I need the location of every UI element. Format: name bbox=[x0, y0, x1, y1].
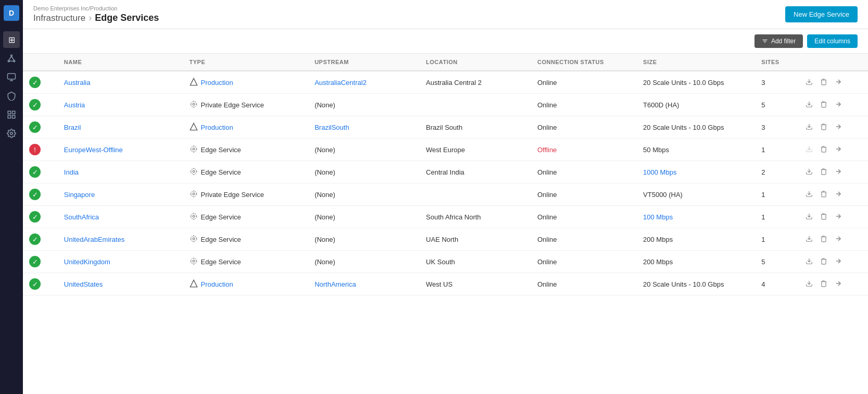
edge-service-name-link[interactable]: Austria bbox=[64, 101, 85, 109]
download-icon bbox=[806, 168, 813, 175]
download-icon bbox=[806, 280, 813, 287]
download-button[interactable] bbox=[803, 122, 815, 133]
navigate-button[interactable] bbox=[833, 212, 844, 223]
navigate-button[interactable] bbox=[833, 167, 844, 178]
col-header-name: NAME bbox=[58, 54, 183, 71]
delete-button[interactable] bbox=[818, 279, 829, 290]
row-actions bbox=[803, 77, 862, 88]
col-header-upstream: UPSTREAM bbox=[308, 54, 420, 71]
type-cell: Private Edge Service bbox=[190, 100, 303, 110]
edit-columns-button[interactable]: Edit columns bbox=[807, 34, 858, 48]
navigate-button[interactable] bbox=[833, 279, 844, 290]
svg-rect-9 bbox=[8, 111, 10, 114]
type-cell: Production bbox=[190, 78, 303, 88]
sidebar-item-network[interactable] bbox=[3, 50, 20, 67]
connection-status-label: Online bbox=[537, 258, 557, 266]
row-actions bbox=[803, 234, 862, 245]
edge-service-name-link[interactable]: UnitedArabEmirates bbox=[64, 236, 124, 243]
type-label: Edge Service bbox=[201, 213, 241, 221]
download-button[interactable] bbox=[803, 144, 815, 155]
table-row: ✓SingaporePrivate Edge Service(None)Onli… bbox=[23, 183, 868, 206]
svg-line-4 bbox=[11, 56, 14, 60]
table-container[interactable]: NAME TYPE UPSTREAM LOCATION CONNECTION S… bbox=[23, 54, 868, 394]
navigate-button[interactable] bbox=[833, 77, 844, 88]
download-button[interactable] bbox=[803, 189, 815, 200]
type-cell: Production bbox=[190, 279, 303, 289]
download-icon bbox=[806, 78, 813, 85]
download-button[interactable] bbox=[803, 279, 815, 290]
download-icon bbox=[806, 123, 813, 130]
sidebar-item-monitor[interactable] bbox=[3, 69, 20, 85]
row-actions bbox=[803, 212, 862, 223]
connection-status-label: Online bbox=[537, 280, 557, 288]
sidebar-item-security[interactable] bbox=[3, 88, 20, 104]
download-button[interactable] bbox=[803, 167, 815, 178]
download-button[interactable] bbox=[803, 256, 815, 267]
svg-point-60 bbox=[193, 238, 195, 240]
delete-button[interactable] bbox=[818, 167, 829, 178]
row-actions bbox=[803, 256, 862, 267]
edge-service-name-link[interactable]: UnitedStates bbox=[64, 280, 103, 288]
delete-button[interactable] bbox=[818, 212, 829, 223]
download-button[interactable] bbox=[803, 212, 815, 223]
type-label: Production bbox=[201, 280, 233, 288]
table-row: ✓IndiaEdge Service(None)Central IndiaOnl… bbox=[23, 161, 868, 183]
upstream-link[interactable]: AustraliaCentral2 bbox=[315, 79, 367, 87]
trash-icon bbox=[820, 123, 827, 130]
svg-point-36 bbox=[193, 170, 195, 173]
navigate-button[interactable] bbox=[833, 256, 844, 267]
sites-count: 1 bbox=[755, 206, 797, 228]
location-cell: UK South bbox=[420, 251, 531, 273]
col-header-status bbox=[23, 54, 58, 71]
svg-point-28 bbox=[193, 148, 195, 150]
edge-service-name-link[interactable]: UnitedKingdom bbox=[64, 258, 110, 266]
download-icon bbox=[806, 213, 813, 220]
arrow-right-icon bbox=[835, 257, 842, 265]
edge-service-name-link[interactable]: EuropeWest-Offline bbox=[64, 146, 123, 154]
edge-service-type-icon bbox=[190, 190, 198, 200]
svg-point-53 bbox=[191, 213, 196, 219]
delete-button[interactable] bbox=[818, 189, 829, 200]
edge-service-name-link[interactable]: Australia bbox=[64, 79, 91, 87]
edge-service-name-link[interactable]: Brazil bbox=[64, 124, 81, 131]
trash-icon bbox=[820, 280, 827, 287]
navigate-button[interactable] bbox=[833, 189, 844, 200]
edge-service-name-link[interactable]: SouthAfrica bbox=[64, 213, 99, 221]
breadcrumb-infrastructure[interactable]: Infrastructure bbox=[33, 13, 85, 23]
edge-service-name-link[interactable]: Singapore bbox=[64, 191, 95, 199]
delete-button[interactable] bbox=[818, 122, 829, 133]
svg-point-69 bbox=[191, 258, 196, 264]
navigate-button[interactable] bbox=[833, 144, 844, 155]
status-online-icon: ✓ bbox=[29, 189, 41, 200]
trash-icon bbox=[820, 190, 827, 198]
navigate-button[interactable] bbox=[833, 234, 844, 245]
delete-button[interactable] bbox=[818, 77, 829, 88]
upstream-link[interactable]: NorthAmerica bbox=[315, 280, 356, 288]
navigate-button[interactable] bbox=[833, 122, 844, 133]
delete-button[interactable] bbox=[818, 234, 829, 245]
status-online-icon: ✓ bbox=[29, 211, 41, 223]
download-button[interactable] bbox=[803, 77, 815, 88]
delete-button[interactable] bbox=[818, 100, 829, 110]
upstream-link[interactable]: BrazilSouth bbox=[315, 124, 349, 131]
navigate-button[interactable] bbox=[833, 100, 844, 110]
sites-count: 2 bbox=[755, 161, 797, 183]
download-button[interactable] bbox=[803, 234, 815, 245]
sidebar-item-policies[interactable] bbox=[3, 106, 20, 123]
sidebar-item-dashboard[interactable]: ⊞ bbox=[3, 31, 20, 48]
delete-button[interactable] bbox=[818, 256, 829, 267]
download-button[interactable] bbox=[803, 100, 815, 110]
sites-count: 1 bbox=[755, 139, 797, 161]
row-actions bbox=[803, 122, 862, 133]
add-filter-button[interactable]: Add filter bbox=[754, 34, 803, 48]
page-header: Demo Enterprises Inc/Production Infrastr… bbox=[23, 0, 868, 29]
type-cell: Edge Service bbox=[190, 257, 303, 267]
edge-service-name-link[interactable]: India bbox=[64, 168, 79, 176]
new-edge-service-button[interactable]: New Edge Service bbox=[785, 6, 858, 22]
connection-status-label: Online bbox=[537, 124, 557, 131]
sidebar-item-settings[interactable] bbox=[3, 125, 20, 142]
sites-count: 5 bbox=[755, 94, 797, 116]
delete-button[interactable] bbox=[818, 144, 829, 155]
trash-icon bbox=[820, 145, 827, 153]
type-label: Private Edge Service bbox=[201, 101, 264, 109]
